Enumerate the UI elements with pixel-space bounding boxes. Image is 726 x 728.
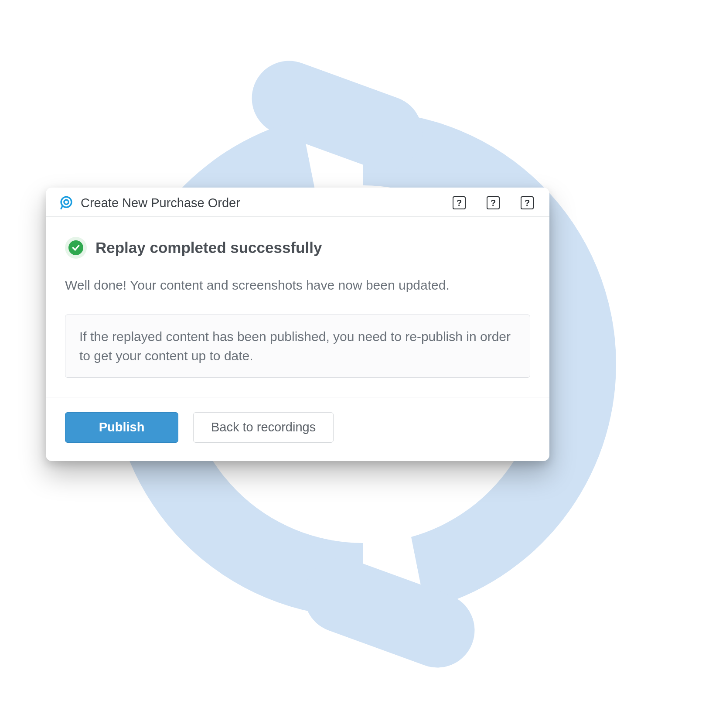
back-to-recordings-button[interactable]: Back to recordings [193,412,334,443]
replay-complete-dialog: Create New Purchase Order ? ? ? Replay c… [46,188,549,461]
status-heading: Replay completed successfully [95,239,322,256]
dialog-body: Replay completed successfully Well done!… [46,217,549,397]
status-message: Well done! Your content and screenshots … [65,276,530,294]
publish-button[interactable]: Publish [65,412,178,443]
dialog-footer: Publish Back to recordings [46,397,549,461]
checkmark-icon [68,240,83,255]
svg-point-1 [64,200,68,204]
help-icon[interactable]: ? [453,196,466,209]
info-box: If the replayed content has been publish… [65,314,530,378]
brand-target-icon [59,195,74,210]
help-icon[interactable]: ? [487,196,500,209]
status-row: Replay completed successfully [65,237,530,259]
dialog-header: Create New Purchase Order ? ? ? [46,188,549,217]
info-text: If the replayed content has been publish… [79,327,516,365]
header-actions: ? ? ? [453,196,536,209]
dialog-title: Create New Purchase Order [81,196,453,210]
help-icon[interactable]: ? [521,196,534,209]
success-badge [65,237,87,259]
